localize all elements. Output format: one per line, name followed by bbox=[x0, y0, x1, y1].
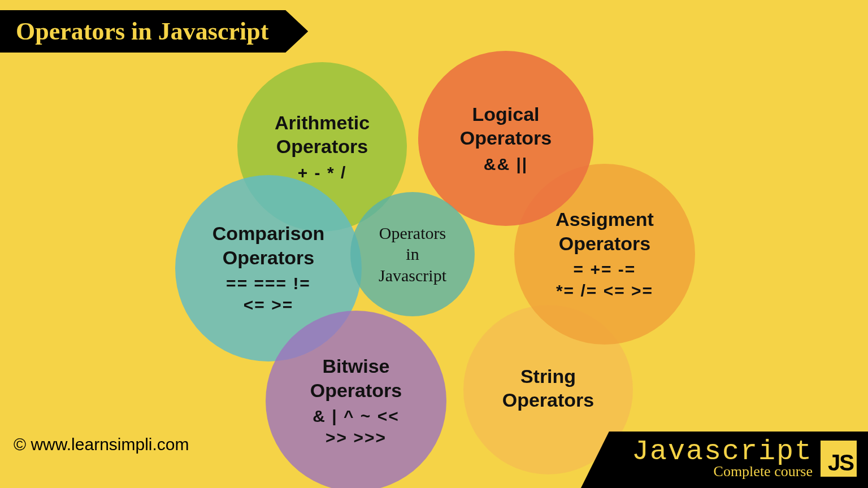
bubble-arithmetic-symbols: + - * / bbox=[298, 162, 347, 184]
bubble-comparison-symbols: == === != <= >= bbox=[226, 273, 311, 315]
diagram-canvas: String Operators Assigment Operators = +… bbox=[0, 0, 868, 488]
bubble-arithmetic-title: Arithmetic Operators bbox=[275, 111, 370, 159]
bubble-center-label: Operators in Javascript bbox=[379, 223, 446, 286]
js-logo-text: JS bbox=[828, 450, 853, 476]
bubble-comparison-title: Comparison Operators bbox=[212, 221, 324, 269]
copyright-text: © www.learnsimpli.com bbox=[14, 435, 189, 454]
bubble-string-title: String Operators bbox=[502, 364, 594, 412]
bubble-bitwise-symbols: & | ^ ~ << >> >>> bbox=[313, 406, 399, 448]
bubble-logical-title: Logical Operators bbox=[460, 102, 552, 150]
footer-text: Javascript Complete course bbox=[632, 438, 813, 479]
bubble-logical-symbols: && || bbox=[484, 154, 528, 175]
bubble-center: Operators in Javascript bbox=[350, 192, 475, 316]
footer-banner: Javascript Complete course JS bbox=[581, 432, 868, 488]
bubble-assignment-symbols: = += -= *= /= <= >= bbox=[556, 259, 653, 301]
bubble-bitwise: Bitwise Operators & | ^ ~ << >> >>> bbox=[266, 311, 446, 488]
footer-title: Javascript bbox=[632, 438, 813, 465]
bubble-bitwise-title: Bitwise Operators bbox=[310, 354, 402, 402]
bubble-logical: Logical Operators && || bbox=[418, 51, 593, 226]
js-logo-icon: JS bbox=[821, 441, 857, 477]
bubble-assignment-title: Assigment Operators bbox=[555, 207, 654, 255]
